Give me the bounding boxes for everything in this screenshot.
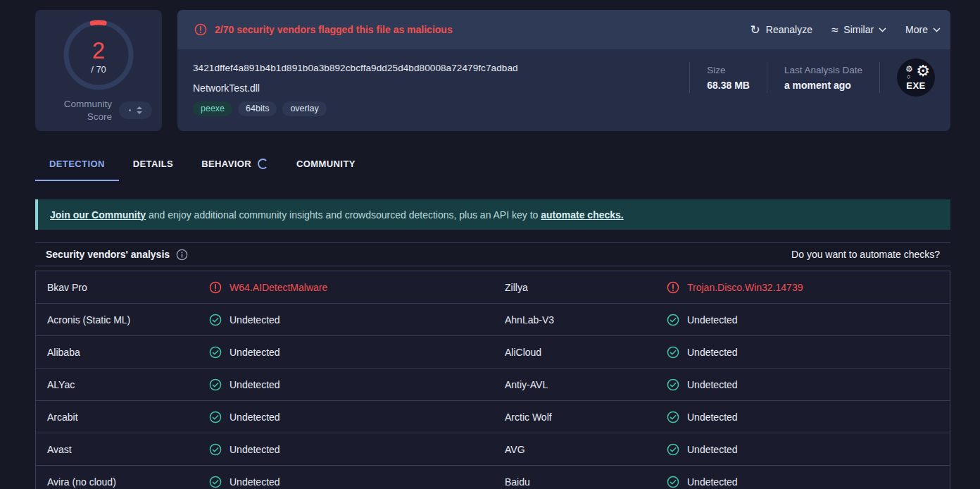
detection-result: Undetected [209, 411, 505, 423]
detection-result-text: Undetected [687, 379, 738, 390]
vote-down-icon[interactable] [137, 111, 142, 114]
alert-icon [209, 281, 222, 294]
info-icon[interactable] [176, 249, 188, 261]
gear-icon: ○ [907, 74, 910, 80]
reanalyze-button[interactable]: ↻ Reanalyze [750, 24, 812, 36]
community-score-card: 2 / 70 Community Score [35, 10, 162, 131]
last-analysis-value: a moment ago [784, 80, 862, 91]
vendor-name: AliCloud [505, 347, 667, 358]
vendor-name: Arcabit [47, 411, 209, 423]
check-icon [209, 476, 222, 488]
detection-result-text: Undetected [687, 444, 738, 455]
detection-result: Undetected [209, 346, 505, 359]
detection-result-text: Undetected [230, 411, 280, 423]
gear-icon: ⚙ [916, 63, 930, 79]
reanalyze-icon: ↻ [750, 24, 760, 36]
detection-result-text: Undetected [230, 379, 280, 390]
tab-behavior-label: BEHAVIOR [201, 159, 251, 169]
more-label: More [905, 24, 928, 35]
gear-icon: ⚙ [905, 65, 913, 73]
divider [689, 62, 690, 93]
tab-community-label: COMMUNITY [296, 159, 356, 169]
detection-result: Trojan.Disco.Win32.14739 [667, 281, 938, 294]
community-score-stepper[interactable] [119, 101, 152, 119]
detection-result: Undetected [667, 346, 938, 359]
check-icon [667, 378, 679, 391]
detection-result: Undetected [209, 476, 505, 488]
tab-detection[interactable]: DETECTION [35, 148, 119, 181]
check-icon [209, 443, 222, 456]
vendor-name: Baidu [505, 476, 667, 488]
check-icon [209, 411, 222, 423]
detection-result-text: W64.AIDetectMalware [230, 282, 327, 293]
detection-result-text: Undetected [687, 347, 738, 358]
section-header: Security vendors' analysis Do you want t… [35, 242, 950, 266]
vendor-name: Antiy-AVL [505, 379, 667, 390]
detection-score-gauge: 2 / 70 [62, 18, 135, 92]
detection-result-text: Undetected [230, 444, 280, 455]
detection-result-text: Undetected [687, 476, 738, 488]
vote-up-icon[interactable] [137, 106, 142, 109]
vendor-name: Bkav Pro [47, 282, 209, 293]
table-row: Avira (no cloud)UndetectedBaiduUndetecte… [36, 466, 950, 489]
file-tag[interactable]: peexe [193, 101, 232, 116]
detections-total: / 70 [91, 64, 106, 75]
more-button[interactable]: More [905, 24, 941, 35]
stepper-dot-icon [129, 109, 131, 111]
similar-label: Similar [843, 24, 874, 35]
vendor-name: Zillya [505, 282, 667, 293]
file-tags: peexe64bitsoverlay [193, 101, 950, 116]
table-row: AvastUndetectedAVGUndetected [36, 433, 950, 466]
detection-result: Undetected [667, 443, 938, 456]
loading-spinner-icon [258, 159, 268, 169]
detection-result-text: Trojan.Disco.Win32.14739 [687, 282, 803, 293]
last-analysis-label: Last Analysis Date [784, 65, 862, 75]
community-score-label: Community Score [51, 98, 112, 123]
last-analysis-stat: Last Analysis Date a moment ago [784, 65, 862, 91]
divider [879, 62, 880, 93]
vendor-name: Avira (no cloud) [47, 476, 209, 488]
detection-result: Undetected [667, 378, 938, 391]
check-icon [667, 314, 679, 326]
tab-detection-label: DETECTION [49, 159, 105, 169]
join-community-link[interactable]: Join our Community [50, 209, 146, 221]
tab-behavior[interactable]: BEHAVIOR [187, 148, 282, 181]
file-type-exe-icon: ⚙ ⚙ ○ EXE [897, 58, 935, 97]
chevron-down-icon [879, 27, 886, 32]
detection-result-text: Undetected [230, 347, 280, 358]
check-icon [209, 378, 222, 391]
detection-result-text: Undetected [687, 314, 738, 326]
automate-checks-question[interactable]: Do you want to automate checks? [791, 249, 940, 260]
detection-result-text: Undetected [687, 411, 738, 423]
file-meta-block: Size 68.38 MB Last Analysis Date a momen… [689, 58, 935, 97]
file-type-badge-text: EXE [897, 80, 935, 91]
similar-icon: ≈ [831, 24, 838, 36]
vendor-name: Alibaba [47, 347, 209, 358]
detection-result: Undetected [209, 314, 505, 326]
detection-result: Undetected [667, 314, 938, 326]
file-tag[interactable]: 64bits [238, 101, 277, 116]
divider [767, 62, 767, 93]
section-title: Security vendors' analysis [46, 249, 170, 260]
vendor-name: AVG [505, 444, 667, 455]
detection-result: Undetected [209, 443, 505, 456]
tab-details[interactable]: DETAILS [119, 148, 187, 181]
tab-community[interactable]: COMMUNITY [282, 148, 370, 181]
automate-checks-link[interactable]: automate checks. [541, 209, 624, 221]
table-row: ArcabitUndetectedArctic WolfUndetected [36, 401, 950, 433]
table-row: Bkav ProW64.AIDetectMalwareZillyaTrojan.… [36, 271, 950, 304]
detection-result-text: Undetected [230, 314, 280, 326]
check-icon [667, 443, 679, 456]
detection-result: W64.AIDetectMalware [209, 281, 505, 294]
file-tag[interactable]: overlay [282, 101, 326, 116]
vendor-name: AhnLab-V3 [505, 314, 667, 326]
vendor-name: ALYac [47, 379, 209, 390]
check-icon [667, 346, 679, 359]
similar-button[interactable]: ≈ Similar [831, 24, 886, 36]
alert-icon [667, 281, 679, 294]
vendor-table-body: Bkav ProW64.AIDetectMalwareZillyaTrojan.… [35, 271, 950, 489]
reanalyze-label: Reanalyze [766, 24, 812, 35]
detections-count: 2 [92, 39, 105, 62]
check-icon [667, 476, 679, 488]
alert-text: 2/70 security vendors flagged this file … [215, 24, 453, 35]
